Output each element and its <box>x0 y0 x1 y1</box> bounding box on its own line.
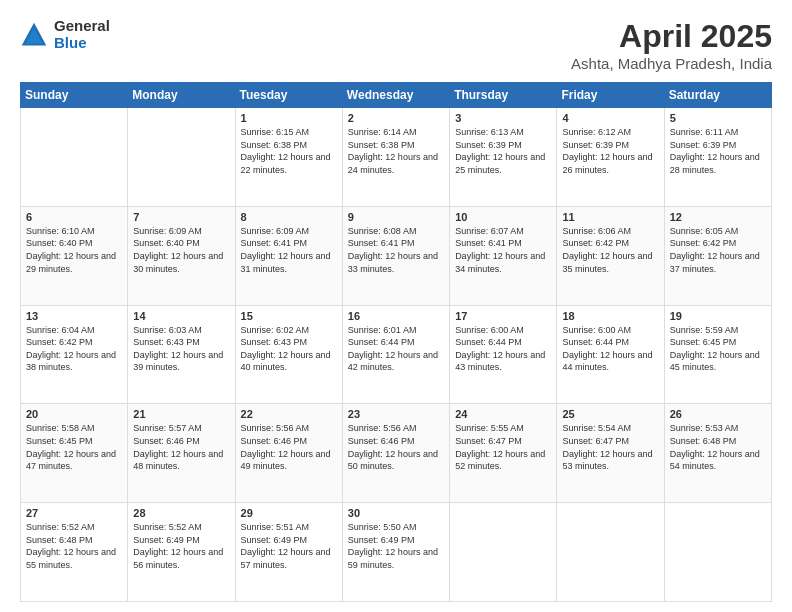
cell-3-3: 23 Sunrise: 5:56 AMSunset: 6:46 PMDaylig… <box>342 404 449 503</box>
col-sunday: Sunday <box>21 83 128 108</box>
cell-2-1: 14 Sunrise: 6:03 AMSunset: 6:43 PMDaylig… <box>128 305 235 404</box>
page: General Blue April 2025 Ashta, Madhya Pr… <box>0 0 792 612</box>
col-friday: Friday <box>557 83 664 108</box>
cell-2-5: 18 Sunrise: 6:00 AMSunset: 6:44 PMDaylig… <box>557 305 664 404</box>
week-row-0: 1 Sunrise: 6:15 AMSunset: 6:38 PMDayligh… <box>21 108 772 207</box>
cell-content: Sunrise: 5:56 AMSunset: 6:46 PMDaylight:… <box>241 422 337 472</box>
week-row-4: 27 Sunrise: 5:52 AMSunset: 6:48 PMDaylig… <box>21 503 772 602</box>
cell-0-1 <box>128 108 235 207</box>
cell-0-5: 4 Sunrise: 6:12 AMSunset: 6:39 PMDayligh… <box>557 108 664 207</box>
day-number: 23 <box>348 408 444 420</box>
cell-content: Sunrise: 6:15 AMSunset: 6:38 PMDaylight:… <box>241 126 337 176</box>
cell-4-6 <box>664 503 771 602</box>
day-number: 8 <box>241 211 337 223</box>
day-number: 21 <box>133 408 229 420</box>
day-number: 13 <box>26 310 122 322</box>
cell-4-5 <box>557 503 664 602</box>
cell-content: Sunrise: 5:57 AMSunset: 6:46 PMDaylight:… <box>133 422 229 472</box>
cell-content: Sunrise: 6:13 AMSunset: 6:39 PMDaylight:… <box>455 126 551 176</box>
cell-content: Sunrise: 5:53 AMSunset: 6:48 PMDaylight:… <box>670 422 766 472</box>
cell-2-6: 19 Sunrise: 5:59 AMSunset: 6:45 PMDaylig… <box>664 305 771 404</box>
logo-text: General Blue <box>54 18 110 51</box>
main-title: April 2025 <box>571 18 772 55</box>
cell-1-4: 10 Sunrise: 6:07 AMSunset: 6:41 PMDaylig… <box>450 206 557 305</box>
cell-content: Sunrise: 5:52 AMSunset: 6:48 PMDaylight:… <box>26 521 122 571</box>
cell-content: Sunrise: 6:00 AMSunset: 6:44 PMDaylight:… <box>562 324 658 374</box>
cell-1-5: 11 Sunrise: 6:06 AMSunset: 6:42 PMDaylig… <box>557 206 664 305</box>
cell-2-2: 15 Sunrise: 6:02 AMSunset: 6:43 PMDaylig… <box>235 305 342 404</box>
cell-content: Sunrise: 5:59 AMSunset: 6:45 PMDaylight:… <box>670 324 766 374</box>
day-number: 9 <box>348 211 444 223</box>
day-number: 25 <box>562 408 658 420</box>
day-number: 28 <box>133 507 229 519</box>
day-number: 16 <box>348 310 444 322</box>
calendar-header-row: Sunday Monday Tuesday Wednesday Thursday… <box>21 83 772 108</box>
cell-3-6: 26 Sunrise: 5:53 AMSunset: 6:48 PMDaylig… <box>664 404 771 503</box>
cell-content: Sunrise: 6:01 AMSunset: 6:44 PMDaylight:… <box>348 324 444 374</box>
cell-content: Sunrise: 5:55 AMSunset: 6:47 PMDaylight:… <box>455 422 551 472</box>
day-number: 18 <box>562 310 658 322</box>
cell-content: Sunrise: 5:58 AMSunset: 6:45 PMDaylight:… <box>26 422 122 472</box>
cell-content: Sunrise: 6:07 AMSunset: 6:41 PMDaylight:… <box>455 225 551 275</box>
cell-content: Sunrise: 6:08 AMSunset: 6:41 PMDaylight:… <box>348 225 444 275</box>
cell-1-0: 6 Sunrise: 6:10 AMSunset: 6:40 PMDayligh… <box>21 206 128 305</box>
cell-content: Sunrise: 6:12 AMSunset: 6:39 PMDaylight:… <box>562 126 658 176</box>
cell-content: Sunrise: 6:06 AMSunset: 6:42 PMDaylight:… <box>562 225 658 275</box>
cell-content: Sunrise: 6:02 AMSunset: 6:43 PMDaylight:… <box>241 324 337 374</box>
logo-blue: Blue <box>54 35 110 52</box>
cell-1-2: 8 Sunrise: 6:09 AMSunset: 6:41 PMDayligh… <box>235 206 342 305</box>
cell-content: Sunrise: 5:52 AMSunset: 6:49 PMDaylight:… <box>133 521 229 571</box>
cell-3-5: 25 Sunrise: 5:54 AMSunset: 6:47 PMDaylig… <box>557 404 664 503</box>
day-number: 29 <box>241 507 337 519</box>
cell-3-4: 24 Sunrise: 5:55 AMSunset: 6:47 PMDaylig… <box>450 404 557 503</box>
cell-0-6: 5 Sunrise: 6:11 AMSunset: 6:39 PMDayligh… <box>664 108 771 207</box>
day-number: 30 <box>348 507 444 519</box>
cell-content: Sunrise: 6:09 AMSunset: 6:41 PMDaylight:… <box>241 225 337 275</box>
cell-2-3: 16 Sunrise: 6:01 AMSunset: 6:44 PMDaylig… <box>342 305 449 404</box>
week-row-1: 6 Sunrise: 6:10 AMSunset: 6:40 PMDayligh… <box>21 206 772 305</box>
cell-content: Sunrise: 5:54 AMSunset: 6:47 PMDaylight:… <box>562 422 658 472</box>
cell-content: Sunrise: 6:11 AMSunset: 6:39 PMDaylight:… <box>670 126 766 176</box>
day-number: 14 <box>133 310 229 322</box>
cell-4-0: 27 Sunrise: 5:52 AMSunset: 6:48 PMDaylig… <box>21 503 128 602</box>
cell-content: Sunrise: 5:50 AMSunset: 6:49 PMDaylight:… <box>348 521 444 571</box>
cell-1-3: 9 Sunrise: 6:08 AMSunset: 6:41 PMDayligh… <box>342 206 449 305</box>
cell-content: Sunrise: 6:00 AMSunset: 6:44 PMDaylight:… <box>455 324 551 374</box>
cell-content: Sunrise: 6:03 AMSunset: 6:43 PMDaylight:… <box>133 324 229 374</box>
cell-0-4: 3 Sunrise: 6:13 AMSunset: 6:39 PMDayligh… <box>450 108 557 207</box>
cell-3-1: 21 Sunrise: 5:57 AMSunset: 6:46 PMDaylig… <box>128 404 235 503</box>
day-number: 1 <box>241 112 337 124</box>
cell-2-0: 13 Sunrise: 6:04 AMSunset: 6:42 PMDaylig… <box>21 305 128 404</box>
cell-3-0: 20 Sunrise: 5:58 AMSunset: 6:45 PMDaylig… <box>21 404 128 503</box>
col-tuesday: Tuesday <box>235 83 342 108</box>
day-number: 22 <box>241 408 337 420</box>
cell-4-3: 30 Sunrise: 5:50 AMSunset: 6:49 PMDaylig… <box>342 503 449 602</box>
cell-4-4 <box>450 503 557 602</box>
day-number: 26 <box>670 408 766 420</box>
cell-3-2: 22 Sunrise: 5:56 AMSunset: 6:46 PMDaylig… <box>235 404 342 503</box>
cell-content: Sunrise: 6:10 AMSunset: 6:40 PMDaylight:… <box>26 225 122 275</box>
cell-0-2: 1 Sunrise: 6:15 AMSunset: 6:38 PMDayligh… <box>235 108 342 207</box>
cell-content: Sunrise: 6:04 AMSunset: 6:42 PMDaylight:… <box>26 324 122 374</box>
week-row-2: 13 Sunrise: 6:04 AMSunset: 6:42 PMDaylig… <box>21 305 772 404</box>
day-number: 24 <box>455 408 551 420</box>
logo-icon <box>20 21 48 49</box>
cell-4-2: 29 Sunrise: 5:51 AMSunset: 6:49 PMDaylig… <box>235 503 342 602</box>
col-saturday: Saturday <box>664 83 771 108</box>
day-number: 6 <box>26 211 122 223</box>
col-thursday: Thursday <box>450 83 557 108</box>
day-number: 19 <box>670 310 766 322</box>
day-number: 17 <box>455 310 551 322</box>
header: General Blue April 2025 Ashta, Madhya Pr… <box>20 18 772 72</box>
day-number: 15 <box>241 310 337 322</box>
day-number: 12 <box>670 211 766 223</box>
day-number: 27 <box>26 507 122 519</box>
cell-content: Sunrise: 6:14 AMSunset: 6:38 PMDaylight:… <box>348 126 444 176</box>
day-number: 20 <box>26 408 122 420</box>
cell-content: Sunrise: 5:51 AMSunset: 6:49 PMDaylight:… <box>241 521 337 571</box>
day-number: 2 <box>348 112 444 124</box>
day-number: 7 <box>133 211 229 223</box>
calendar-body: 1 Sunrise: 6:15 AMSunset: 6:38 PMDayligh… <box>21 108 772 602</box>
logo-general: General <box>54 18 110 35</box>
cell-content: Sunrise: 6:09 AMSunset: 6:40 PMDaylight:… <box>133 225 229 275</box>
